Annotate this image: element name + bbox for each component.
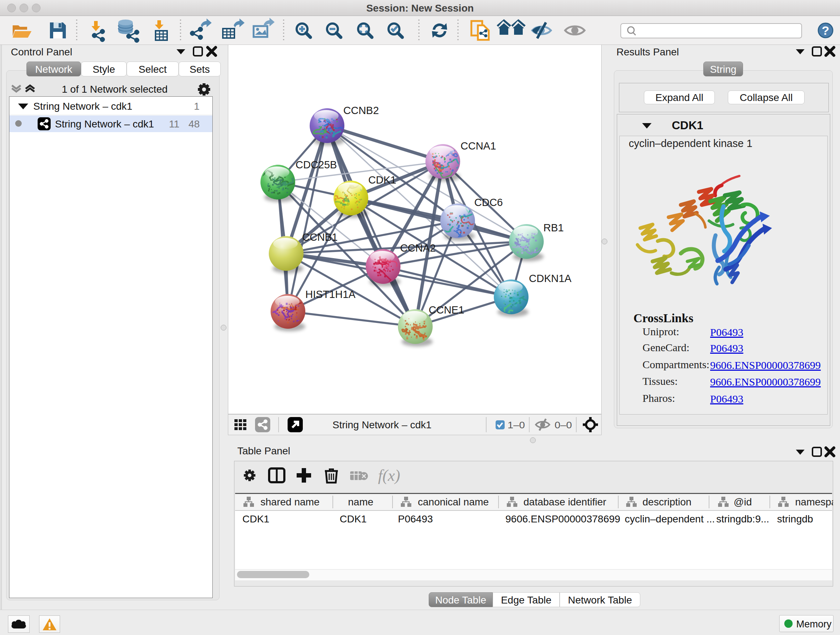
svg-text:CCNB2: CCNB2 — [343, 105, 379, 116]
svg-text:CDC6: CDC6 — [474, 196, 503, 208]
svg-text:namespac: namespac — [795, 496, 833, 508]
svg-text:stringdb:9...: stringdb:9... — [716, 513, 769, 524]
svg-text:1 of 1 Network selected: 1 of 1 Network selected — [62, 84, 168, 95]
svg-text:CCNA1: CCNA1 — [461, 140, 496, 152]
svg-text:name: name — [348, 496, 373, 508]
svg-text:P06493: P06493 — [398, 513, 433, 524]
svg-text:canonical name: canonical name — [418, 496, 489, 508]
svg-text:CDK1: CDK1 — [242, 513, 270, 524]
svg-text:shared name: shared name — [261, 496, 319, 508]
svg-text:description: description — [643, 496, 691, 508]
svg-text:CDC25B: CDC25B — [295, 159, 337, 171]
svg-text:CCNA2: CCNA2 — [400, 242, 436, 254]
svg-text:?: ? — [822, 24, 829, 37]
svg-text:HIST1H1A: HIST1H1A — [305, 288, 355, 300]
svg-text:stringdb: stringdb — [777, 513, 813, 524]
svg-text:CDK1: CDK1 — [340, 513, 367, 524]
svg-text:CCNE1: CCNE1 — [429, 304, 464, 316]
svg-text:CDKN1A: CDKN1A — [529, 272, 572, 284]
svg-text:@id: @id — [734, 496, 752, 508]
svg-text:CCNB1: CCNB1 — [302, 231, 338, 243]
svg-text:9606.ENSP00000378699: 9606.ENSP00000378699 — [505, 513, 621, 524]
svg-text:String Network – cdk1: String Network – cdk1 — [332, 419, 431, 431]
svg-text:0–0: 0–0 — [554, 420, 572, 431]
svg-text:RB1: RB1 — [543, 222, 564, 233]
svg-text:cyclin–dependent ...: cyclin–dependent ... — [625, 513, 715, 524]
svg-text:1–0: 1–0 — [508, 420, 525, 431]
svg-text:f(x): f(x) — [378, 467, 400, 485]
svg-text:database identifier: database identifier — [523, 496, 606, 508]
svg-text:CDK1: CDK1 — [368, 174, 396, 186]
